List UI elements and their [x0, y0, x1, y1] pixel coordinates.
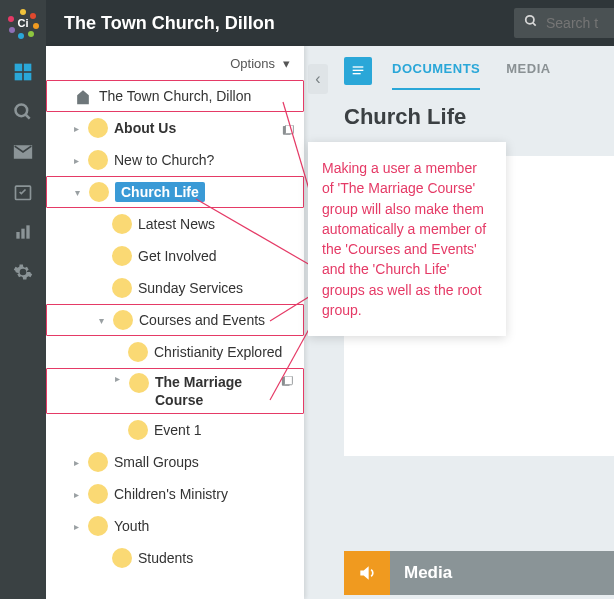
tree-twisty-open-icon[interactable]: ▾: [71, 187, 83, 198]
svg-rect-10: [15, 64, 23, 71]
top-bar: Ci The Town Church, Dillon: [0, 0, 614, 46]
svg-point-5: [9, 27, 15, 33]
folder-dot-icon: [112, 548, 132, 568]
tree-item-get-involved[interactable]: Get Involved: [46, 240, 304, 272]
tree-twisty-icon[interactable]: ▸: [70, 123, 82, 134]
options-menu[interactable]: Options ▾: [46, 46, 304, 80]
folder-dot-icon: [113, 310, 133, 330]
tree-label: Youth: [114, 518, 296, 534]
tree-item-christianity-explored[interactable]: Christianity Explored: [46, 336, 304, 368]
annotation-note: Making a user a member of 'The Marriage …: [308, 142, 506, 336]
folder-dot-icon: [128, 342, 148, 362]
tree-twisty-icon[interactable]: ▸: [70, 457, 82, 468]
tree-label: Courses and Events: [139, 312, 295, 328]
document-icon: [282, 122, 296, 134]
tree-root[interactable]: The Town Church, Dillon: [46, 80, 304, 112]
svg-rect-11: [24, 64, 32, 71]
annotation-text: Making a user a member of 'The Marriage …: [322, 160, 486, 318]
tree-label: Church Life: [115, 182, 205, 202]
svg-text:Ci: Ci: [18, 17, 29, 29]
rail-dashboard-icon[interactable]: [0, 52, 46, 92]
chevron-down-icon: ▾: [283, 56, 290, 71]
tree-item-about-us[interactable]: ▸ About Us: [46, 112, 304, 144]
tree-item-new-to-church[interactable]: ▸ New to Church?: [46, 144, 304, 176]
church-icon: [73, 86, 93, 106]
svg-point-14: [16, 105, 28, 117]
tree: The Town Church, Dillon ▸ About Us ▸ New…: [46, 80, 304, 574]
search-input[interactable]: [546, 15, 606, 31]
svg-point-1: [30, 13, 36, 19]
svg-rect-18: [16, 232, 19, 239]
tree-label: Christianity Explored: [154, 344, 296, 360]
collapse-sidebar-button[interactable]: ‹: [308, 64, 328, 94]
tree-label: New to Church?: [114, 152, 296, 168]
rail-mail-icon[interactable]: [0, 132, 46, 172]
svg-point-6: [8, 16, 14, 22]
tree-twisty-icon[interactable]: ▸: [70, 489, 82, 500]
tree-item-marriage-course[interactable]: ▸ The Marriage Course: [46, 368, 304, 414]
tab-media[interactable]: MEDIA: [506, 61, 550, 82]
svg-rect-12: [15, 73, 23, 81]
tree-item-small-groups[interactable]: ▸ Small Groups: [46, 446, 304, 478]
svg-rect-25: [353, 66, 364, 67]
folder-dot-icon: [88, 516, 108, 536]
tree-item-event-1[interactable]: Event 1: [46, 414, 304, 446]
folder-dot-icon: [88, 484, 108, 504]
search-box[interactable]: [514, 8, 614, 38]
tree-item-courses-events[interactable]: ▾ Courses and Events: [46, 304, 304, 336]
tree-label: Latest News: [138, 216, 296, 232]
folder-dot-icon: [88, 118, 108, 138]
svg-rect-26: [353, 70, 364, 71]
svg-point-2: [33, 23, 39, 29]
tree-root-label: The Town Church, Dillon: [99, 88, 295, 104]
svg-rect-27: [353, 73, 361, 74]
svg-rect-19: [21, 229, 24, 239]
rail-chart-icon[interactable]: [0, 212, 46, 252]
folder-dot-icon: [88, 150, 108, 170]
tree-item-church-life[interactable]: ▾ Church Life: [46, 176, 304, 208]
speaker-icon: [344, 551, 390, 595]
tree-twisty-icon[interactable]: ▸: [70, 521, 82, 532]
content-tabs: DOCUMENTS MEDIA: [304, 46, 614, 96]
rail-calendar-icon[interactable]: [0, 172, 46, 212]
svg-point-8: [526, 16, 534, 24]
tree-twisty-open-icon[interactable]: ▾: [95, 315, 107, 326]
sidebar: Options ▾ The Town Church, Dillon ▸ Abou…: [46, 46, 304, 599]
left-rail: [0, 46, 46, 599]
documents-icon: [344, 57, 372, 85]
svg-rect-13: [24, 73, 32, 81]
media-header-label: Media: [404, 563, 452, 583]
tree-item-sunday-services[interactable]: Sunday Services: [46, 272, 304, 304]
folder-dot-icon: [112, 214, 132, 234]
folder-dot-icon: [89, 182, 109, 202]
tree-item-childrens-ministry[interactable]: ▸ Children's Ministry: [46, 478, 304, 510]
svg-rect-22: [286, 125, 294, 134]
rail-search-icon[interactable]: [0, 92, 46, 132]
tree-twisty-icon[interactable]: ▸: [111, 373, 123, 384]
tree-item-latest-news[interactable]: Latest News: [46, 208, 304, 240]
folder-dot-icon: [128, 420, 148, 440]
svg-line-15: [26, 115, 30, 119]
page-title: The Town Church, Dillon: [46, 13, 514, 34]
svg-point-4: [18, 33, 24, 39]
rail-settings-icon[interactable]: [0, 252, 46, 292]
svg-line-9: [533, 23, 536, 26]
document-icon: [281, 373, 295, 385]
tree-label: Small Groups: [114, 454, 296, 470]
tree-twisty-icon[interactable]: ▸: [70, 155, 82, 166]
folder-dot-icon: [112, 246, 132, 266]
svg-point-0: [20, 9, 26, 15]
tree-item-youth[interactable]: ▸ Youth: [46, 510, 304, 542]
app-logo[interactable]: Ci: [0, 0, 46, 46]
svg-rect-24: [285, 376, 293, 385]
svg-rect-20: [26, 225, 29, 238]
media-header[interactable]: Media: [344, 551, 614, 595]
folder-dot-icon: [88, 452, 108, 472]
tree-label: The Marriage Course: [155, 373, 275, 409]
tree-label: Students: [138, 550, 296, 566]
tree-label: Get Involved: [138, 248, 296, 264]
tree-item-students[interactable]: Students: [46, 542, 304, 574]
tree-label: Children's Ministry: [114, 486, 296, 502]
content-page-title: Church Life: [304, 96, 614, 148]
tab-documents[interactable]: DOCUMENTS: [392, 61, 480, 82]
